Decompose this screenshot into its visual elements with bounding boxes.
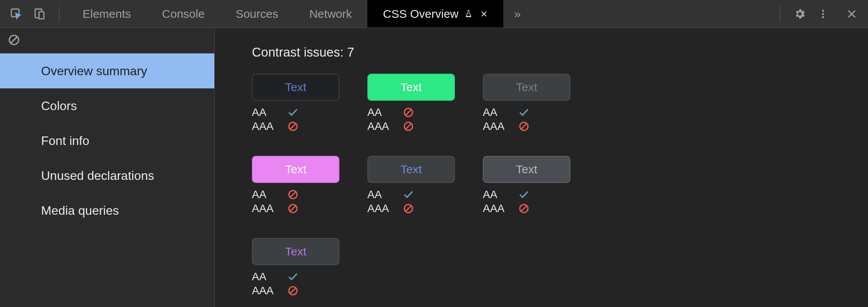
rating-label: AA bbox=[252, 271, 288, 283]
svg-point-3 bbox=[822, 10, 824, 12]
svg-line-22 bbox=[521, 206, 527, 211]
color-swatch[interactable]: Text bbox=[252, 74, 339, 101]
kebab-menu-icon[interactable] bbox=[814, 5, 832, 23]
svg-line-18 bbox=[290, 206, 296, 211]
tab-label: Network bbox=[309, 7, 352, 21]
rating-label: AAA bbox=[367, 202, 403, 215]
rating-row-aa: AA bbox=[483, 106, 570, 119]
sidebar-item-media-queries[interactable]: Media queries bbox=[0, 193, 214, 228]
prohibited-icon bbox=[403, 107, 414, 118]
tab-label: Elements bbox=[83, 7, 131, 21]
color-swatch[interactable]: Text bbox=[483, 74, 570, 101]
rating-label: AAA bbox=[252, 202, 288, 215]
rating-label: AAA bbox=[367, 120, 403, 133]
tab-label: Sources bbox=[236, 7, 278, 21]
close-tab-icon[interactable] bbox=[480, 7, 488, 21]
tab-console[interactable]: Console bbox=[146, 0, 220, 28]
contrast-swatch-block: TextAAAAA bbox=[252, 74, 339, 133]
sidebar-item-unused-declarations[interactable]: Unused declarations bbox=[0, 158, 214, 193]
rating-label: AAA bbox=[252, 285, 288, 297]
device-toggle-icon[interactable] bbox=[30, 5, 49, 23]
prohibited-icon bbox=[288, 203, 298, 214]
rating-label: AAA bbox=[483, 120, 518, 133]
contrast-swatch-block: TextAAAAA bbox=[367, 74, 455, 133]
checkmark-icon bbox=[288, 271, 298, 282]
svg-line-20 bbox=[406, 206, 411, 211]
tab-label: CSS Overview bbox=[383, 7, 458, 21]
rating-row-aaa: AAA bbox=[483, 202, 570, 215]
inspect-element-icon[interactable] bbox=[7, 5, 26, 23]
rating-row-aaa: AAA bbox=[252, 120, 339, 133]
rating-row-aaa: AAA bbox=[367, 202, 455, 215]
tab-elements[interactable]: Elements bbox=[67, 0, 146, 28]
checkmark-icon bbox=[403, 189, 414, 200]
checkmark-icon bbox=[518, 189, 529, 200]
section-title: Contrast issues: 7 bbox=[252, 45, 831, 60]
sidebar-item-label: Media queries bbox=[41, 204, 119, 218]
color-swatch[interactable]: Text bbox=[483, 156, 570, 183]
svg-line-16 bbox=[290, 192, 296, 197]
rating-row-aaa: AAA bbox=[252, 285, 339, 297]
tab-label: Console bbox=[162, 7, 205, 21]
toolbar-separator bbox=[59, 6, 59, 22]
rating-row-aa: AA bbox=[367, 106, 455, 119]
toolbar-right bbox=[772, 5, 863, 23]
contrast-ratings: AAAAA bbox=[252, 188, 339, 215]
rating-row-aaa: AAA bbox=[483, 120, 570, 133]
svg-line-12 bbox=[406, 124, 411, 129]
prohibited-icon bbox=[288, 121, 298, 132]
panel-body: Overview summary Colors Font info Unused… bbox=[0, 28, 868, 307]
color-swatch[interactable]: Text bbox=[252, 156, 339, 183]
contrast-swatch-grid: TextAAAAATextAAAAATextAAAAATextAAAAAText… bbox=[252, 74, 639, 297]
color-swatch[interactable]: Text bbox=[367, 74, 455, 101]
contrast-swatch-block: TextAAAAA bbox=[252, 156, 339, 215]
main-panel: Contrast issues: 7 TextAAAAATextAAAAATex… bbox=[215, 28, 868, 307]
rating-row-aa: AA bbox=[252, 106, 339, 119]
contrast-ratings: AAAAA bbox=[483, 106, 570, 133]
clear-icon[interactable] bbox=[8, 34, 20, 48]
svg-line-14 bbox=[521, 124, 527, 129]
svg-line-8 bbox=[290, 124, 296, 129]
sidebar-item-label: Unused declarations bbox=[41, 169, 154, 183]
color-swatch[interactable]: Text bbox=[252, 238, 339, 265]
panel-tabs: Elements Console Sources Network CSS Ove… bbox=[67, 0, 532, 28]
contrast-swatch-block: TextAAAAA bbox=[483, 74, 570, 133]
prohibited-icon bbox=[403, 121, 414, 132]
checkmark-icon bbox=[288, 107, 298, 118]
rating-row-aa: AA bbox=[483, 188, 570, 201]
rating-row-aa: AA bbox=[252, 188, 339, 201]
rating-row-aa: AA bbox=[252, 271, 339, 283]
rating-label: AAA bbox=[483, 202, 518, 215]
gear-icon[interactable] bbox=[790, 5, 809, 23]
contrast-ratings: AAAAA bbox=[252, 271, 339, 297]
color-swatch[interactable]: Text bbox=[367, 156, 455, 183]
contrast-swatch-block: TextAAAAA bbox=[367, 156, 455, 215]
svg-line-24 bbox=[290, 288, 296, 293]
sidebar-item-font-info[interactable]: Font info bbox=[0, 123, 214, 158]
tab-css-overview[interactable]: CSS Overview bbox=[367, 0, 503, 28]
more-tabs-button[interactable]: » bbox=[503, 0, 532, 28]
prohibited-icon bbox=[288, 285, 298, 296]
checkmark-icon bbox=[518, 107, 529, 118]
toolbar-separator bbox=[780, 6, 780, 22]
contrast-swatch-block: TextAAAAA bbox=[252, 238, 339, 297]
sidebar-item-label: Colors bbox=[41, 99, 77, 113]
close-devtools-icon[interactable] bbox=[842, 5, 861, 23]
contrast-swatch-block: TextAAAAA bbox=[483, 156, 570, 215]
contrast-ratings: AAAAA bbox=[367, 106, 455, 133]
rating-row-aa: AA bbox=[367, 188, 455, 201]
rating-label: AA bbox=[367, 188, 403, 201]
prohibited-icon bbox=[403, 203, 414, 214]
prohibited-icon bbox=[518, 121, 529, 132]
tab-sources[interactable]: Sources bbox=[220, 0, 294, 28]
rating-row-aaa: AAA bbox=[367, 120, 455, 133]
sidebar-item-colors[interactable]: Colors bbox=[0, 88, 214, 123]
rating-label: AA bbox=[483, 106, 518, 119]
sidebar-item-overview-summary[interactable]: Overview summary bbox=[0, 53, 214, 88]
rating-label: AA bbox=[252, 188, 288, 201]
svg-line-10 bbox=[406, 110, 411, 115]
tab-network[interactable]: Network bbox=[294, 0, 367, 28]
prohibited-icon bbox=[288, 189, 298, 200]
chevron-right-double-icon: » bbox=[514, 7, 521, 21]
prohibited-icon bbox=[518, 203, 529, 214]
